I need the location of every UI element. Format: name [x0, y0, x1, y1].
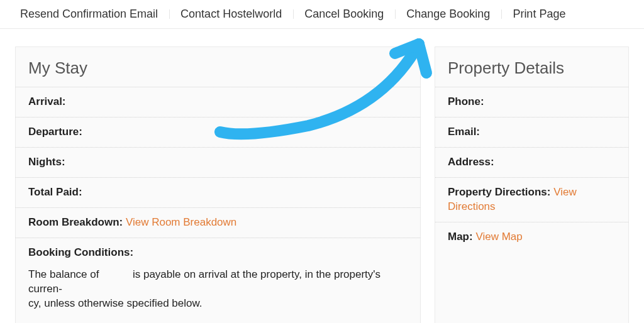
departure-label: Departure:: [28, 126, 82, 138]
content-area: My Stay Arrival: Departure: Nights: Tota…: [0, 29, 644, 323]
resend-confirmation-link[interactable]: Resend Confirmation Email: [9, 8, 169, 21]
email-label: Email:: [448, 126, 480, 138]
arrival-label: Arrival:: [28, 96, 66, 107]
change-booking-link[interactable]: Change Booking: [395, 8, 501, 21]
map-row: Map: View Map: [435, 222, 628, 252]
booking-conditions-label: Booking Conditions:: [28, 246, 133, 258]
phone-row: Phone:: [435, 87, 628, 117]
departure-row: Departure:: [16, 117, 420, 147]
property-details-title: Property Details: [435, 47, 628, 87]
room-breakdown-label: Room Breakdown:: [28, 216, 123, 228]
directions-label: Property Directions:: [448, 186, 550, 198]
my-stay-panel: My Stay Arrival: Departure: Nights: Tota…: [15, 47, 421, 323]
map-label: Map:: [448, 231, 473, 243]
cancel-booking-link[interactable]: Cancel Booking: [293, 8, 395, 21]
room-breakdown-row: Room Breakdown: View Room Breakdown: [16, 207, 420, 238]
print-page-link[interactable]: Print Page: [501, 8, 577, 21]
arrival-row: Arrival:: [16, 87, 420, 117]
nights-row: Nights:: [16, 147, 420, 177]
contact-hostelworld-link[interactable]: Contact Hostelworld: [169, 8, 293, 21]
address-label: Address:: [448, 156, 494, 168]
booking-conditions-row: Booking Conditions:: [16, 238, 420, 268]
address-row: Address:: [435, 147, 628, 177]
room-breakdown-link[interactable]: View Room Breakdown: [126, 216, 236, 228]
total-paid-row: Total Paid:: [16, 177, 420, 207]
action-bar: Resend Confirmation Email Contact Hostel…: [0, 0, 644, 29]
property-details-panel: Property Details Phone: Email: Address: …: [435, 47, 629, 323]
directions-row: Property Directions: View Directions: [435, 177, 628, 222]
booking-conditions-text-1: The balance of is payable on arrival at …: [16, 268, 420, 322]
view-map-link[interactable]: View Map: [475, 231, 522, 243]
conditions-1c: cy, unless otherwise specified below.: [28, 297, 203, 309]
total-paid-label: Total Paid:: [28, 186, 82, 198]
nights-label: Nights:: [28, 156, 65, 168]
my-stay-title: My Stay: [16, 47, 420, 87]
email-row: Email:: [435, 117, 628, 147]
phone-label: Phone:: [448, 96, 484, 107]
conditions-1a: The balance of: [28, 268, 99, 280]
